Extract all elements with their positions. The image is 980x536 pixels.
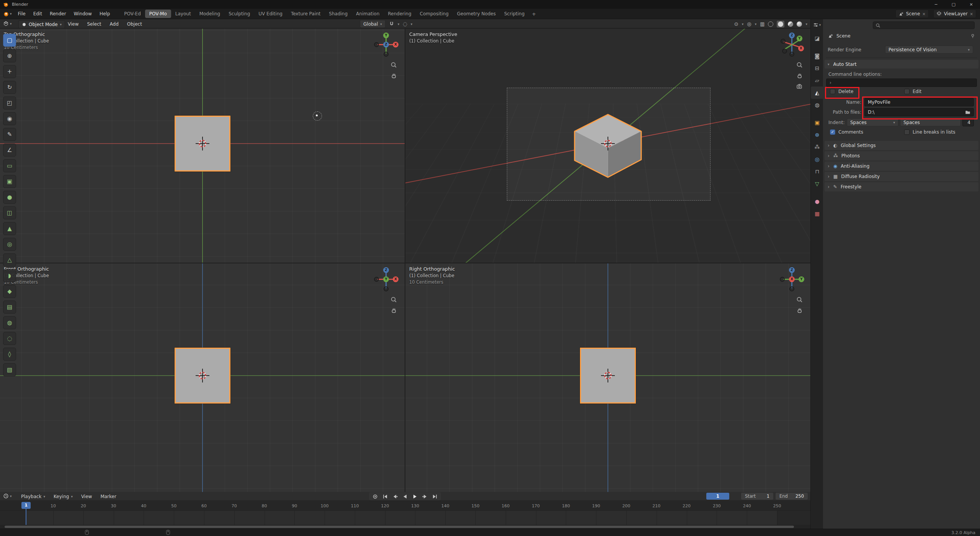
tool-add-blob[interactable]: ◌	[3, 332, 16, 345]
tool-add-plane[interactable]: ▭	[3, 159, 16, 172]
play-reverse-button[interactable]	[400, 493, 410, 500]
proportional-edit-icon[interactable]: ◌	[403, 21, 407, 27]
pan-hand-icon[interactable]	[390, 307, 397, 314]
pan-hand-icon[interactable]	[796, 72, 803, 79]
scene-selector[interactable]: Scene ×	[895, 10, 929, 18]
tool-move[interactable]: +	[3, 65, 16, 78]
workspace-tab-animation[interactable]: Animation	[352, 10, 384, 18]
indent-number-field[interactable]: 4	[962, 118, 974, 126]
edit-checkbox[interactable]	[904, 89, 910, 94]
command-line-field[interactable]: ›	[826, 78, 977, 87]
pivot-point-icon[interactable]: ⊙	[734, 21, 738, 27]
maximize-button[interactable]: ▢	[945, 0, 962, 9]
tool-add-sphere[interactable]: ●	[3, 191, 16, 204]
axis-z-neg-ball[interactable]	[789, 286, 794, 291]
indent-dropdown-1[interactable]: Spaces ▾	[847, 118, 898, 126]
tool-add-prism[interactable]: △	[3, 253, 16, 266]
axis-x-neg-ball[interactable]	[374, 42, 379, 47]
editor-type-selector[interactable]: ▾	[3, 21, 12, 26]
proportional-dropdown-icon[interactable]: ▾	[411, 22, 413, 26]
viewport-right[interactable]: Right Orthographic (1) Collection | Cube…	[405, 263, 810, 492]
tool-add-polygon[interactable]: ▧	[3, 363, 16, 376]
auto-start-panel-header[interactable]: ▾ Auto Start	[825, 60, 978, 69]
nav-gizmo[interactable]: Z X Y	[780, 33, 804, 57]
properties-tab-constraints[interactable]: ⊓	[811, 165, 823, 178]
comments-label[interactable]: Comments	[838, 129, 863, 135]
axis-y-neg-ball[interactable]	[782, 49, 787, 54]
axis-z-neg-ball[interactable]	[384, 286, 389, 291]
zoom-icon[interactable]	[796, 62, 803, 68]
axis-z-neg-ball[interactable]	[789, 52, 794, 57]
zoom-icon[interactable]	[390, 62, 397, 68]
axis-x-ball[interactable]: X	[393, 42, 399, 47]
minimize-button[interactable]: ─	[927, 0, 945, 9]
tool-cursor[interactable]: ⊕	[3, 49, 16, 62]
properties-tab-texture[interactable]: ▦	[811, 208, 823, 220]
workspace-tab-uv-editing[interactable]: UV Editing	[254, 10, 287, 18]
section-photons[interactable]: ›⁂Photons	[825, 151, 978, 160]
axis-y-neg-ball[interactable]	[780, 277, 785, 282]
zoom-icon[interactable]	[796, 296, 803, 303]
axis-x-neg-ball[interactable]	[374, 277, 379, 282]
current-frame-field[interactable]: 1	[706, 493, 729, 500]
workspace-tab-texture-paint[interactable]: Texture Paint	[287, 10, 325, 18]
breadcrumb-scene[interactable]: Scene	[836, 33, 851, 39]
next-keyframe-button[interactable]	[420, 493, 430, 500]
menu-file[interactable]: File	[14, 9, 29, 19]
shading-wireframe-icon[interactable]	[768, 21, 773, 27]
nav-gizmo[interactable]: Z Y X	[780, 267, 804, 292]
viewport-top[interactable]: Top Orthographic (1) Collection | Cube 1…	[0, 29, 405, 263]
menu-edit[interactable]: Edit	[29, 9, 46, 19]
tool-annotate[interactable]: ✎	[3, 128, 16, 141]
timeline-menu-view[interactable]: View	[77, 494, 96, 499]
tool-add-parametric[interactable]: ◊	[3, 348, 16, 361]
shading-dropdown-icon[interactable]: ▾	[805, 22, 807, 26]
properties-editor-selector[interactable]: ▾	[811, 19, 823, 32]
workspace-tab-shading[interactable]: Shading	[325, 10, 352, 18]
nav-gizmo[interactable]: Y X Z	[374, 33, 399, 57]
menu-help[interactable]: Help	[96, 9, 114, 19]
playhead[interactable]: 1	[21, 502, 31, 509]
axis-z-ball[interactable]: Z	[383, 42, 389, 47]
tool-add-torus[interactable]: ◎	[3, 238, 16, 251]
tool-add-box[interactable]: ▣	[3, 175, 16, 188]
jump-to-end-button[interactable]	[430, 493, 439, 500]
properties-search[interactable]	[873, 21, 975, 29]
axis-z-ball[interactable]: Z	[789, 267, 795, 273]
edit-label[interactable]: Edit	[913, 89, 921, 94]
properties-tab-world[interactable]: ◍	[811, 99, 823, 111]
axis-x-ball[interactable]: X	[789, 276, 795, 282]
overlays-dropdown-icon[interactable]: ▾	[755, 22, 757, 26]
viewport-menu-object[interactable]: Object	[123, 21, 146, 27]
gizmos-dropdown-icon[interactable]: ▾	[742, 22, 744, 26]
section-global-settings[interactable]: ›◐Global Settings	[825, 141, 978, 150]
transform-orientation-dropdown[interactable]: Global ▾	[360, 20, 385, 28]
timeline-editor-selector[interactable]: ▾	[3, 493, 12, 499]
tool-add-cylinder[interactable]: ◫	[3, 206, 16, 219]
tool-add-superellipsoid[interactable]: ◆	[3, 285, 16, 298]
properties-tab-scene[interactable]: ◭	[811, 87, 823, 99]
section-freestyle[interactable]: ›✎Freestyle	[825, 182, 978, 191]
viewport-menu-view[interactable]: View	[64, 21, 83, 27]
scene-remove-icon[interactable]: ×	[922, 12, 925, 16]
auto-keying-toggle[interactable]	[371, 493, 380, 500]
viewport-menu-add[interactable]: Add	[106, 21, 123, 27]
axis-x-ball[interactable]: X	[798, 46, 804, 51]
mode-dropdown[interactable]: Object Mode ▾	[18, 20, 65, 28]
tool-add-heightfield[interactable]: ▤	[3, 301, 16, 314]
snap-magnet-icon[interactable]	[389, 21, 394, 27]
timeline-menu-keying[interactable]: Keying▾	[49, 494, 77, 499]
tool-transform[interactable]: ◉	[3, 112, 16, 125]
shading-rendered-icon[interactable]	[797, 21, 802, 27]
menu-render[interactable]: Render	[46, 9, 70, 19]
axis-y-ball[interactable]: Y	[799, 276, 804, 282]
properties-tab-modifiers[interactable]: ⊛	[811, 129, 823, 141]
xray-toggle-icon[interactable]: ▥	[760, 21, 764, 27]
properties-tab-physics[interactable]: ◎	[811, 153, 823, 165]
zoom-icon[interactable]	[390, 296, 397, 303]
properties-tab-tool[interactable]: ◪	[811, 32, 823, 44]
workspace-tab-geometry-nodes[interactable]: Geometry Nodes	[453, 10, 500, 18]
tool-select-box[interactable]: ▢	[3, 34, 16, 47]
viewlayer-remove-icon[interactable]: ×	[970, 12, 973, 16]
jump-to-start-button[interactable]	[381, 493, 390, 500]
